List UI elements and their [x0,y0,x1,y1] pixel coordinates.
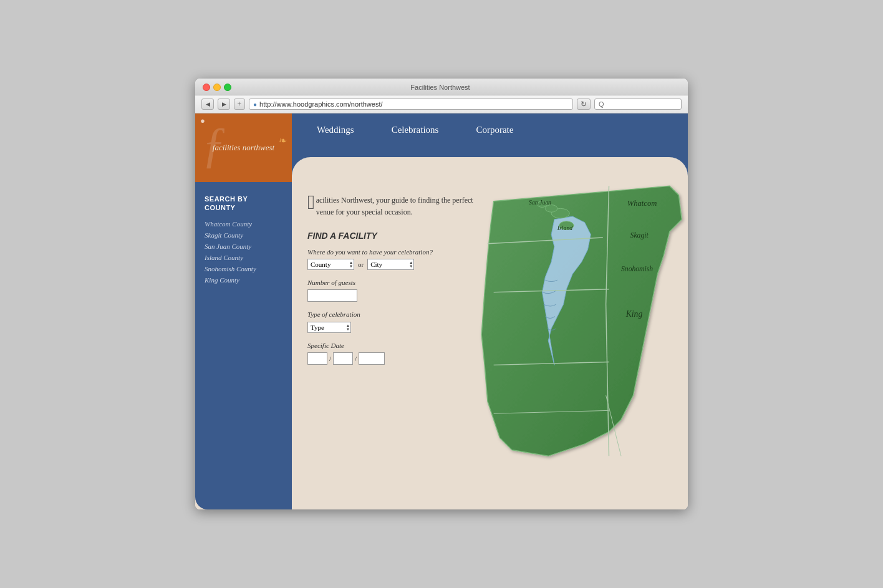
logo-icon: ● [200,116,205,126]
refresh-button[interactable]: ↻ [577,99,591,110]
or-text: or [358,261,364,268]
county-link-whatcom[interactable]: Whatcom County [205,220,282,228]
date-year-input[interactable] [359,352,385,365]
logo-accent: ❧ [279,135,287,161]
island-shape-2 [545,205,557,213]
drop-cap: 𝒭 [307,195,315,211]
address-bar[interactable]: ● http://www.hoodgraphics.com/northwest/ [249,99,573,110]
type-select-wrapper: Type ▲ ▼ [307,322,351,333]
new-tab-button[interactable]: + [234,99,245,110]
city-select-wrapper: City ▲ ▼ [367,259,414,270]
date-slash-2: / [355,355,357,362]
browser-titlebar: Facilities Northwest [195,79,688,95]
date-day-input[interactable] [333,352,353,365]
county-link-snohomish[interactable]: Snohomish County [205,265,282,272]
site-header: ƒ ● facilities northwest ❧ Weddings Cele… [195,113,688,182]
page-icon: ● [253,101,257,108]
nav-celebrations[interactable]: Celebrations [392,125,439,135]
logo-box: ƒ ● facilities northwest ❧ [195,113,292,182]
close-button[interactable] [203,84,210,91]
sidebar-footer [195,494,292,509]
king-label: King [625,309,643,319]
county-link-island[interactable]: Island County [205,254,282,261]
maximize-button[interactable] [224,84,231,91]
nav-weddings[interactable]: Weddings [317,125,354,135]
washington-map: Whatcom Skagit San Juan Island Snohomish… [463,182,688,475]
date-slash-1: / [329,355,331,362]
intro-body: acilities Northwest, your guide to findi… [316,196,473,216]
island-label: Island [557,224,572,231]
footer-area [195,494,688,509]
search-by-county-title: SEARCH BY COUNTY [205,195,282,213]
search-input[interactable] [594,99,682,110]
page-title: Facilities Northwest [238,84,643,91]
type-select[interactable]: Type [307,322,351,333]
san-juan-label: San Juan [529,199,551,206]
url-text: http://www.hoodgraphics.com/northwest/ [259,100,382,108]
snohomish-label: Snohomish [621,265,653,273]
back-button[interactable]: ◀ [201,99,214,110]
browser-window: Facilities Northwest ◀ ▶ + ● http://www.… [195,79,688,509]
sidebar: SEARCH BY COUNTY Whatcom County Skagit C… [195,182,292,494]
type-select-arrows: ▲ ▼ [346,324,350,331]
county-select-wrapper: County ▲ ▼ [307,259,354,270]
county-select[interactable]: County [307,259,354,270]
skagit-label: Skagit [630,231,649,239]
whatcom-label: Whatcom [627,199,657,208]
browser-toolbar: ◀ ▶ + ● http://www.hoodgraphics.com/nort… [195,95,688,113]
header-curve [292,157,688,182]
county-link-san-juan[interactable]: San Juan County [205,243,282,250]
map-area: Whatcom Skagit San Juan Island Snohomish… [463,182,688,475]
window-controls [203,84,231,91]
content-footer [292,494,688,509]
intro-text: 𝒭acilities Northwest, your guide to find… [307,195,482,218]
county-link-skagit[interactable]: Skagit County [205,231,282,239]
date-month-input[interactable] [307,352,327,365]
minimize-button[interactable] [213,84,221,91]
county-link-king[interactable]: King County [205,276,282,284]
nav-corporate[interactable]: Corporate [476,125,513,135]
city-select-arrows: ▲ ▼ [409,261,413,268]
city-select[interactable]: City [367,259,414,270]
guests-input[interactable] [307,289,357,302]
website-content: ƒ ● facilities northwest ❧ Weddings Cele… [195,113,688,509]
forward-button[interactable]: ▶ [218,99,230,110]
main-content: 𝒭acilities Northwest, your guide to find… [292,182,688,494]
logo-text: facilities northwest [213,143,274,153]
content-area: SEARCH BY COUNTY Whatcom County Skagit C… [195,182,688,494]
county-select-arrows: ▲ ▼ [349,261,353,268]
